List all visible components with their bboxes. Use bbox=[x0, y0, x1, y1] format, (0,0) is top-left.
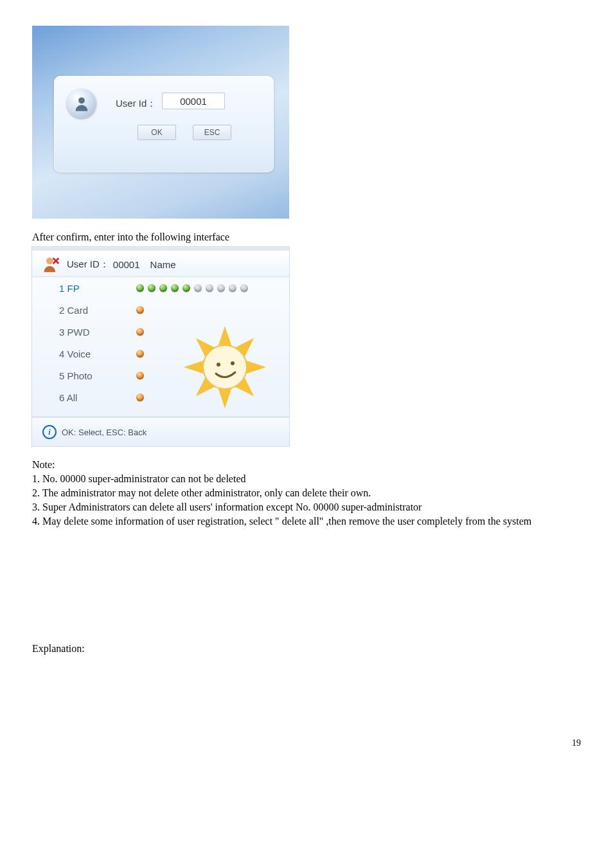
sun-illustration-icon bbox=[180, 322, 270, 412]
userid-label: User Id： bbox=[116, 98, 156, 110]
svg-point-12 bbox=[231, 361, 235, 365]
svg-point-1 bbox=[46, 258, 53, 265]
fp-dot-filled bbox=[159, 284, 167, 292]
svg-point-0 bbox=[78, 97, 85, 104]
note-3: 3. Super Administrators can delete all u… bbox=[32, 502, 581, 513]
screenshot-userid-dialog: User Id： 00001 OK ESC bbox=[32, 26, 289, 219]
header-userid-value: 00001 bbox=[113, 259, 140, 270]
status-dot bbox=[136, 306, 144, 314]
user-avatar-icon bbox=[67, 89, 96, 118]
fp-dot-empty bbox=[229, 284, 236, 292]
option-voice-label: 4 Voice bbox=[59, 348, 136, 359]
delete-user-icon bbox=[42, 255, 60, 273]
fp-dot-empty bbox=[194, 284, 202, 292]
header-userid-label: User ID： bbox=[67, 258, 109, 271]
note-4: 4. May delete some information of user r… bbox=[32, 516, 581, 527]
svg-point-10 bbox=[203, 345, 247, 389]
option-fp[interactable]: 1 FP bbox=[32, 277, 289, 299]
options-list: 1 FP 2 Card 3 PWD 4 Voice bbox=[32, 276, 289, 417]
hint-text: OK: Select, ESC: Back bbox=[62, 428, 147, 437]
screenshot-delete-user: User ID： 00001 Name 1 FP 2 Card bbox=[32, 247, 289, 446]
status-dot bbox=[136, 372, 144, 379]
fp-dot-filled bbox=[182, 284, 190, 292]
fp-dot-filled bbox=[136, 284, 144, 292]
option-photo-label: 5 Photo bbox=[59, 370, 136, 381]
explanation-heading: Explanation: bbox=[32, 643, 581, 655]
fp-dot-empty bbox=[240, 284, 248, 292]
note-2: 2. The administrator may not delete othe… bbox=[32, 487, 581, 499]
hint-bar: i OK: Select, ESC: Back bbox=[32, 417, 289, 446]
note-heading: Note: bbox=[32, 459, 581, 471]
header-name-label: Name bbox=[150, 259, 176, 270]
info-icon: i bbox=[42, 425, 57, 439]
userid-input[interactable]: 00001 bbox=[162, 93, 225, 109]
esc-button[interactable]: ESC bbox=[193, 125, 231, 140]
fp-dot-filled bbox=[148, 284, 155, 292]
status-dot bbox=[136, 350, 144, 357]
status-dot bbox=[136, 393, 144, 401]
option-card-label: 2 Card bbox=[59, 305, 136, 316]
note-1: 1. No. 00000 super-administrator can not… bbox=[32, 473, 581, 485]
page-number: 19 bbox=[32, 738, 581, 748]
svg-point-11 bbox=[217, 363, 220, 366]
fp-dots bbox=[136, 284, 248, 292]
fp-dot-empty bbox=[217, 284, 225, 292]
fp-dot-empty bbox=[206, 284, 213, 292]
ok-button[interactable]: OK bbox=[138, 125, 176, 140]
header-bar: User ID： 00001 Name bbox=[32, 251, 289, 278]
option-all-label: 6 All bbox=[59, 392, 136, 403]
status-dot bbox=[136, 328, 144, 336]
paragraph-after-confirm: After confirm, enter into the following … bbox=[32, 231, 581, 243]
option-card[interactable]: 2 Card bbox=[32, 299, 289, 321]
fp-dot-filled bbox=[171, 284, 179, 292]
dialog-panel: User Id： 00001 OK ESC bbox=[54, 76, 274, 172]
option-pwd-label: 3 PWD bbox=[59, 327, 136, 338]
option-fp-label: 1 FP bbox=[59, 283, 136, 294]
